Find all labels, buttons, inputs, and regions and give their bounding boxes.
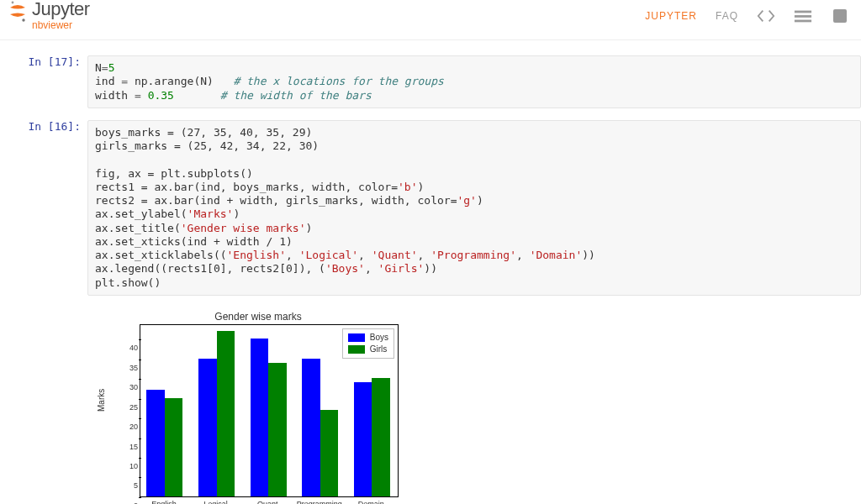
nav-jupyter[interactable]: JUPYTER xyxy=(645,10,697,22)
chart-title: Gender wise marks xyxy=(103,311,414,323)
y-tick-label: 40 xyxy=(128,344,138,352)
bar-boys xyxy=(302,359,320,496)
svg-rect-2 xyxy=(795,11,811,13)
brand[interactable]: Jupyter nbviewer xyxy=(8,0,90,30)
extra-icon[interactable] xyxy=(831,8,849,24)
brand-sub: nbviewer xyxy=(32,20,90,30)
brand-name: Jupyter xyxy=(32,0,90,18)
header: Jupyter nbviewer JUPYTER FAQ xyxy=(0,0,861,40)
code-input[interactable]: boys_marks = (27, 35, 40, 35, 29) girls_… xyxy=(87,120,861,296)
legend-item: Boys xyxy=(348,332,388,344)
jupyter-logo-icon xyxy=(8,0,27,24)
output-area: Gender wise marks Marks Boys Girls 05101… xyxy=(87,307,861,504)
y-tick-label: 30 xyxy=(128,383,138,391)
y-tick-label: 10 xyxy=(128,462,138,470)
input-prompt: In [17]: xyxy=(0,55,87,108)
legend-label: Boys xyxy=(370,332,388,344)
svg-rect-3 xyxy=(795,15,811,18)
chart-legend: Boys Girls xyxy=(342,328,394,359)
menu-icon[interactable] xyxy=(794,8,812,24)
svg-point-1 xyxy=(22,18,24,21)
legend-label: Girls xyxy=(370,344,388,355)
chart-axes: Boys Girls xyxy=(140,324,399,497)
legend-swatch-boys xyxy=(348,333,365,342)
bar-girls xyxy=(268,363,287,496)
svg-rect-5 xyxy=(833,9,847,23)
nav: JUPYTER FAQ xyxy=(645,0,849,24)
x-tick-label: English xyxy=(151,500,177,504)
bar-boys xyxy=(146,390,165,496)
legend-swatch-girls xyxy=(348,345,365,354)
code-cell: In [16]: boys_marks = (27, 35, 40, 35, 2… xyxy=(0,120,861,296)
legend-item: Girls xyxy=(348,344,388,355)
x-tick-label: Quant xyxy=(257,500,278,504)
code-cell: In [17]: N=5 ind = np.arange(N) # the x … xyxy=(0,55,861,108)
svg-point-0 xyxy=(12,2,14,4)
y-tick-label: 20 xyxy=(128,423,138,431)
y-tick-label: 35 xyxy=(128,364,138,372)
bar-boys xyxy=(198,359,217,496)
bar-boys xyxy=(354,382,372,496)
y-tick-label: 15 xyxy=(128,443,138,451)
y-tick-label: 5 xyxy=(128,481,138,490)
input-prompt: In [16]: xyxy=(0,120,87,296)
bar-boys xyxy=(251,339,269,496)
bar-girls xyxy=(320,410,339,496)
y-axis-label: Marks xyxy=(97,389,106,412)
y-tick-label: 25 xyxy=(128,403,138,412)
code-input[interactable]: N=5 ind = np.arange(N) # the x locations… xyxy=(87,55,861,108)
svg-rect-4 xyxy=(795,20,811,23)
x-tick-label: Programming xyxy=(297,500,342,504)
x-tick-label: Domain xyxy=(358,500,384,504)
bar-girls xyxy=(165,398,183,496)
notebook: In [17]: N=5 ind = np.arange(N) # the x … xyxy=(0,40,861,504)
bar-girls xyxy=(372,378,390,496)
bar-chart: Gender wise marks Marks Boys Girls 05101… xyxy=(103,311,414,504)
x-tick-label: Logical xyxy=(203,500,228,504)
bar-girls xyxy=(217,331,235,496)
code-icon[interactable] xyxy=(757,8,775,24)
nav-faq[interactable]: FAQ xyxy=(716,10,738,22)
